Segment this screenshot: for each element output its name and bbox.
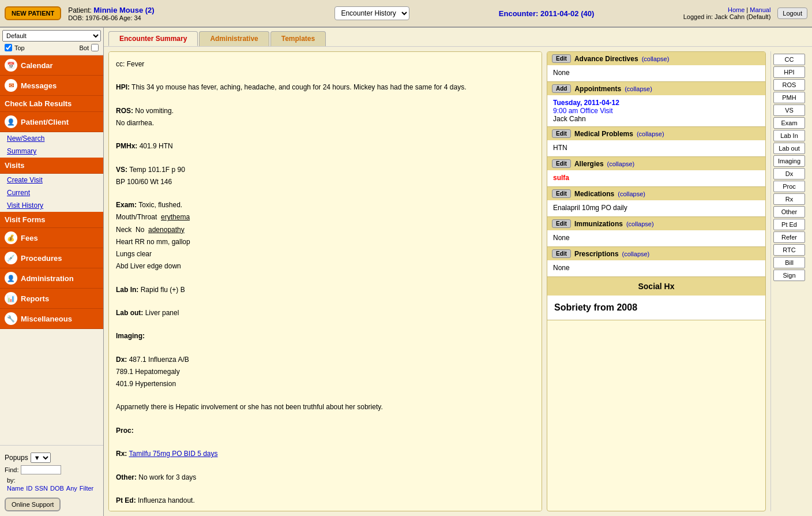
medical-problems-edit-btn[interactable]: Edit bbox=[552, 129, 571, 138]
ros-label: ROS: bbox=[116, 107, 133, 115]
sidebar-admin-label: Administration bbox=[21, 274, 74, 283]
quick-btn-hpi[interactable]: HPI bbox=[773, 66, 805, 78]
labin-text: Rapid flu (+) B bbox=[138, 286, 185, 294]
sidebar-item-administration[interactable]: 👤 Administration bbox=[0, 268, 103, 289]
sidebar-visits-header[interactable]: Visits bbox=[0, 158, 103, 174]
admin-icon: 👤 bbox=[5, 272, 17, 285]
quick-btn-pmh[interactable]: PMH bbox=[773, 92, 805, 103]
medications-edit-btn[interactable]: Edit bbox=[552, 189, 571, 198]
prescriptions-edit-btn[interactable]: Edit bbox=[552, 249, 571, 258]
quick-btn-rx[interactable]: Rx bbox=[773, 193, 805, 205]
logout-button[interactable]: Logout bbox=[777, 8, 807, 19]
bot-label: Bot bbox=[79, 44, 89, 51]
fees-icon: 💰 bbox=[5, 231, 17, 244]
bot-checkbox[interactable] bbox=[91, 44, 99, 51]
quick-btn-imaging[interactable]: Imaging bbox=[773, 155, 805, 167]
sidebar-calendar-label: Calendar bbox=[21, 61, 53, 70]
new-patient-button[interactable]: NEW PATIENT bbox=[5, 6, 61, 20]
patient-dob: DOB: 1976-06-06 Age: 34 bbox=[68, 14, 328, 21]
appointments-collapse[interactable]: (collapse) bbox=[625, 85, 652, 92]
exam-label: Exam: bbox=[116, 201, 137, 209]
medications-collapse[interactable]: (collapse) bbox=[618, 190, 645, 197]
hpi-line: HPI: This 34 yo mouse has fever, aching,… bbox=[116, 82, 535, 93]
advance-directives-section: Edit Advance Directives (collapse) None bbox=[547, 52, 765, 82]
quick-btn-cc[interactable]: CC bbox=[773, 54, 805, 65]
advance-directives-edit-btn[interactable]: Edit bbox=[552, 54, 571, 63]
pmhx-line: PMHx: 401.9 HTN bbox=[116, 141, 535, 152]
sidebar-item-new-search[interactable]: New/Search bbox=[0, 132, 103, 145]
labout-text: Liver panel bbox=[143, 309, 179, 317]
encounter-history-select[interactable]: Encounter History Visit History Current bbox=[334, 6, 409, 20]
find-by-filter[interactable]: Filter bbox=[80, 485, 93, 493]
quick-btn-lab-out[interactable]: Lab out bbox=[773, 143, 805, 154]
top-bot-row: Top Bot bbox=[2, 43, 101, 53]
reports-icon: 📊 bbox=[5, 292, 17, 305]
sidebar-item-calendar[interactable]: 📅 Calendar bbox=[0, 55, 103, 76]
other-label: Other: bbox=[116, 473, 137, 481]
find-by-ssn[interactable]: SSN bbox=[35, 485, 48, 493]
popups-select[interactable]: ▼ bbox=[31, 453, 51, 463]
medical-problems-section: Edit Medical Problems (collapse) HTN bbox=[547, 127, 765, 157]
allergy-value: sulfa bbox=[553, 174, 569, 182]
medications-content: Enalapril 10mg PO daily bbox=[547, 200, 765, 216]
find-by-id[interactable]: ID bbox=[26, 485, 32, 493]
advance-directives-header: Edit Advance Directives (collapse) bbox=[547, 52, 765, 65]
sidebar-item-patient-client[interactable]: 👤 Patient/Client bbox=[0, 112, 103, 132]
top-checkbox[interactable] bbox=[5, 44, 12, 51]
tab-encounter-summary[interactable]: Encounter Summary bbox=[108, 31, 198, 46]
immunizations-collapse[interactable]: (collapse) bbox=[626, 220, 654, 227]
narrative-line: Apparnetly there is Hepatic involvement … bbox=[116, 402, 535, 413]
quick-btn-sign[interactable]: Sign bbox=[773, 270, 805, 281]
quick-btn-pt-ed[interactable]: Pt Ed bbox=[773, 219, 805, 230]
find-by-any[interactable]: Any bbox=[66, 485, 77, 493]
prescriptions-collapse[interactable]: (collapse) bbox=[622, 250, 650, 257]
advance-directives-collapse[interactable]: (collapse) bbox=[642, 55, 670, 62]
find-by-dob[interactable]: DOB bbox=[50, 485, 64, 493]
quick-btn-ros[interactable]: ROS bbox=[773, 79, 805, 91]
sidebar-item-messages[interactable]: ✉ Messages bbox=[0, 76, 103, 96]
sidebar-item-check-lab[interactable]: Check Lab Results bbox=[0, 96, 103, 112]
sidebar-item-visit-history[interactable]: Visit History bbox=[0, 199, 103, 212]
manual-link[interactable]: Manual bbox=[750, 6, 770, 13]
sidebar-item-miscellaneous[interactable]: 🔧 Miscellaneous bbox=[0, 309, 103, 329]
sidebar-item-current[interactable]: Current bbox=[0, 186, 103, 199]
tab-templates[interactable]: Templates bbox=[270, 31, 326, 46]
quick-btn-refer[interactable]: Refer bbox=[773, 231, 805, 243]
quick-btn-other[interactable]: Other bbox=[773, 206, 805, 218]
sidebar-visit-forms-header[interactable]: Visit Forms bbox=[0, 212, 103, 228]
default-select[interactable]: Default bbox=[2, 30, 101, 42]
sidebar-item-procedures[interactable]: 💉 Procedures bbox=[0, 248, 103, 268]
sidebar-item-fees[interactable]: 💰 Fees bbox=[0, 228, 103, 248]
misc-icon: 🔧 bbox=[5, 312, 17, 325]
appointments-header: Add Appointments (collapse) bbox=[547, 82, 765, 95]
quick-btn-rtc[interactable]: RTC bbox=[773, 244, 805, 256]
home-link[interactable]: Home bbox=[728, 6, 745, 13]
patient-name[interactable]: Minnie Mouse (2) bbox=[93, 6, 154, 14]
immunizations-edit-btn[interactable]: Edit bbox=[552, 219, 571, 228]
advance-directives-content: None bbox=[547, 65, 765, 81]
tab-administrative[interactable]: Administrative bbox=[199, 31, 269, 46]
sidebar-controls: Default Top Bot bbox=[0, 28, 103, 55]
appointments-section: Add Appointments (collapse) Tuesday, 201… bbox=[547, 82, 765, 127]
medical-problems-collapse[interactable]: (collapse) bbox=[637, 130, 664, 137]
quick-btn-vs[interactable]: VS bbox=[773, 104, 805, 116]
quick-btn-dx[interactable]: Dx bbox=[773, 168, 805, 180]
appointments-add-btn[interactable]: Add bbox=[552, 84, 571, 93]
sidebar-item-reports[interactable]: 📊 Reports bbox=[0, 289, 103, 309]
quick-btn-proc[interactable]: Proc bbox=[773, 181, 805, 192]
quick-btn-exam[interactable]: Exam bbox=[773, 117, 805, 129]
find-input[interactable] bbox=[21, 465, 61, 474]
allergies-title: Allergies bbox=[574, 160, 604, 168]
right-panel: Edit Advance Directives (collapse) None … bbox=[547, 51, 766, 511]
allergies-section: Edit Allergies (collapse) sulfa bbox=[547, 157, 765, 187]
allergies-collapse[interactable]: (collapse) bbox=[607, 160, 635, 167]
by-label: by: bbox=[5, 477, 99, 484]
find-by-name[interactable]: Name bbox=[7, 485, 24, 493]
quick-btn-bill[interactable]: Bill bbox=[773, 257, 805, 268]
sidebar-item-summary[interactable]: Summary bbox=[0, 145, 103, 158]
encounter-value[interactable]: 2011-04-02 (40) bbox=[540, 9, 594, 18]
quick-btn-lab-in[interactable]: Lab In bbox=[773, 130, 805, 141]
allergies-edit-btn[interactable]: Edit bbox=[552, 159, 571, 168]
sidebar-item-create-visit[interactable]: Create Visit bbox=[0, 174, 103, 186]
online-support-button[interactable]: Online Support bbox=[5, 498, 61, 511]
